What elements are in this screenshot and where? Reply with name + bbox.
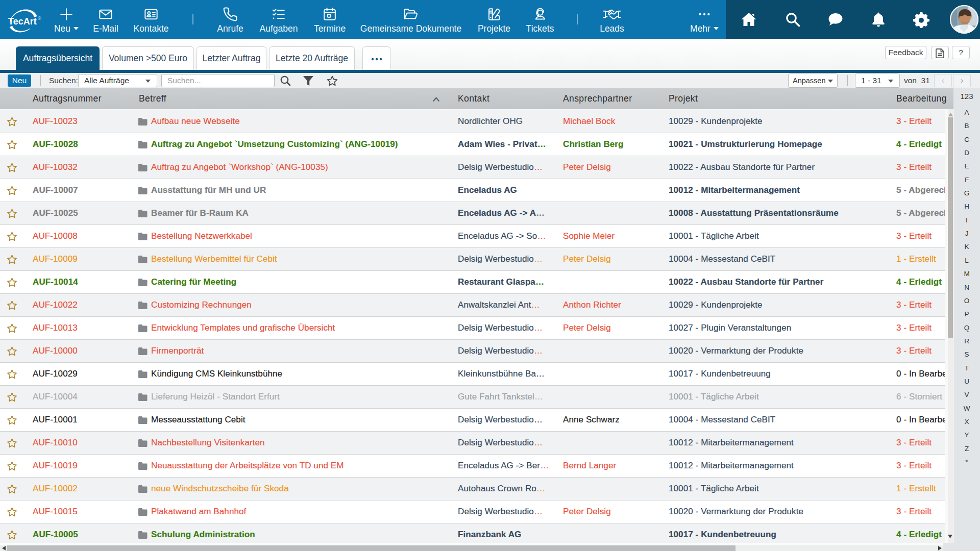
svg-text:TecArt: TecArt	[8, 16, 37, 27]
svg-text:®: ®	[38, 16, 41, 21]
